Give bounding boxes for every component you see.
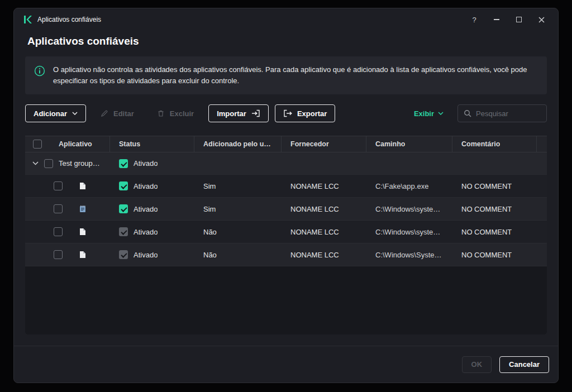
table-row[interactable]: app.exe Ativado Sim NONAME LCC C:\Fake\a… (25, 175, 547, 198)
ok-button[interactable]: OK (462, 356, 492, 373)
view-dropdown[interactable]: Exibir (414, 109, 444, 118)
status-cell: Ativado (110, 198, 194, 220)
cell-empty (194, 152, 282, 174)
column-header-fornecedor: Fornecedor (290, 140, 329, 148)
notepad-icon (79, 205, 86, 213)
delete-button-label: Excluir (170, 109, 194, 118)
path-value: C:\Windows\system… (375, 228, 444, 236)
search-icon (464, 109, 471, 117)
search-box[interactable] (457, 104, 547, 122)
status-checkbox[interactable] (119, 204, 128, 213)
group-name-cell: Test group App (25, 152, 110, 174)
select-all-checkbox[interactable] (33, 140, 42, 149)
table-row[interactable]: Microsoft… Ativado Não NONAME LCC C:\Win… (25, 243, 547, 266)
comment-value: NO COMMENT (461, 251, 512, 259)
export-icon (283, 109, 292, 117)
kaspersky-logo-icon (23, 15, 32, 24)
row-select-checkbox[interactable] (54, 227, 63, 236)
window-title: Aplicativos confiáveis (37, 16, 101, 23)
added-by-user-value: Sim (203, 205, 216, 213)
table-header-row: Aplicativo Status Adicionado pelo u… For… (25, 136, 547, 152)
row-select-checkbox[interactable] (54, 204, 63, 213)
path-cell: C:\Windows\system… (366, 198, 452, 220)
path-cell: C:\Windows\System… (366, 243, 452, 266)
edit-button-label: Editar (113, 109, 134, 118)
added-by-user-cell: Sim (194, 198, 282, 220)
cell-empty (537, 221, 547, 243)
status-label: Ativado (134, 251, 158, 259)
export-button-label: Exportar (297, 109, 327, 118)
added-by-user-value: Não (203, 228, 217, 236)
group-row[interactable]: Test group App Ativado (25, 152, 547, 175)
status-checkbox[interactable] (119, 250, 128, 259)
window-controls: ? (463, 11, 552, 28)
info-icon (34, 65, 45, 79)
chevron-down-icon (72, 112, 78, 115)
status-label: Ativado (134, 182, 158, 190)
column-header-comentario: Comentário (461, 140, 500, 148)
comment-value: NO COMMENT (461, 228, 512, 236)
vendor-value: NONAME LCC (290, 251, 339, 259)
chevron-down-icon (438, 112, 444, 115)
footer: OK Cancelar (14, 346, 558, 383)
table-row[interactable]: unknown… Ativado Não NONAME LCC C:\Windo… (25, 221, 547, 243)
comment-cell: NO COMMENT (452, 243, 537, 266)
table-row[interactable]: notepa… Ativado Sim NONAME LCC C:\Window… (25, 198, 547, 221)
group-status-cell: Ativado (110, 152, 194, 174)
comment-cell: NO COMMENT (452, 198, 537, 220)
column-header-aplicativo: Aplicativo (59, 140, 92, 148)
import-button-label: Importar (217, 109, 246, 118)
close-icon (538, 17, 545, 23)
vendor-cell: NONAME LCC (282, 198, 366, 220)
file-icon (79, 251, 86, 259)
info-banner-text: O aplicativo não controla as atividades … (53, 64, 538, 87)
row-select-checkbox[interactable] (54, 181, 63, 190)
cell-empty (282, 152, 366, 174)
header-cell-status: Status (110, 136, 194, 152)
toolbar: Adicionar Editar Excluir Importar Export… (25, 104, 547, 122)
status-label: Ativado (134, 228, 158, 236)
search-input[interactable] (476, 109, 541, 118)
status-checkbox[interactable] (119, 181, 128, 190)
minimize-button[interactable] (485, 11, 508, 28)
status-label: Ativado (134, 205, 158, 213)
help-button[interactable]: ? (463, 11, 485, 28)
added-by-user-cell: Não (194, 221, 282, 243)
view-dropdown-label: Exibir (414, 109, 434, 118)
export-button[interactable]: Exportar (275, 104, 335, 122)
file-icon (79, 182, 86, 190)
group-status-label: Ativado (134, 159, 158, 168)
status-checkbox[interactable] (119, 227, 128, 236)
header-cell-fornecedor: Fornecedor (282, 136, 366, 152)
comment-cell: NO COMMENT (452, 221, 537, 243)
edit-button[interactable]: Editar (92, 104, 142, 122)
cell-empty (366, 152, 452, 174)
comment-value: NO COMMENT (461, 182, 512, 190)
status-cell: Ativado (110, 221, 194, 243)
delete-button[interactable]: Excluir (149, 104, 202, 122)
import-button[interactable]: Importar (208, 104, 269, 122)
row-select-checkbox[interactable] (54, 250, 63, 259)
add-button-label: Adicionar (34, 109, 67, 118)
path-value: C:\Fake\app.exe (375, 182, 428, 190)
add-button[interactable]: Adicionar (25, 104, 86, 122)
group-status-checkbox[interactable] (119, 159, 128, 168)
file-icon (79, 228, 86, 236)
vendor-value: NONAME LCC (290, 228, 339, 236)
cell-empty (537, 243, 547, 266)
column-header-status: Status (119, 140, 140, 148)
titlebar: Aplicativos confiáveis ? (14, 8, 558, 31)
minimize-icon (494, 19, 499, 20)
group-select-checkbox[interactable] (44, 159, 53, 168)
maximize-button[interactable] (508, 11, 530, 28)
status-cell: Ativado (110, 243, 194, 266)
cancel-button[interactable]: Cancelar (499, 356, 549, 373)
status-cell: Ativado (110, 175, 194, 197)
table-empty-area (25, 266, 547, 334)
chevron-down-icon[interactable] (32, 161, 39, 165)
group-name: Test group App (59, 159, 101, 168)
column-header-adicionado: Adicionado pelo u… (203, 140, 271, 148)
app-name-cell: notepa… (25, 198, 110, 220)
close-button[interactable] (530, 11, 552, 28)
applications-table: Aplicativo Status Adicionado pelo u… For… (25, 136, 547, 334)
